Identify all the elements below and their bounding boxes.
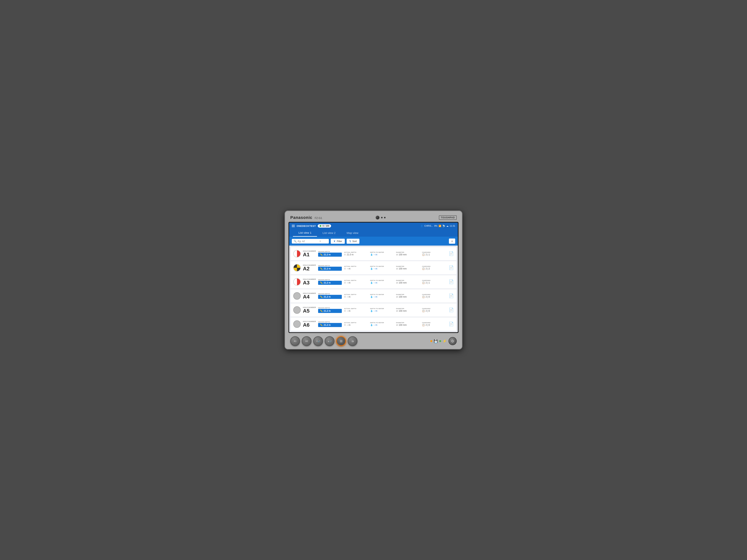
hole-id: A3 — [303, 280, 316, 285]
design-depth-value: 📏 21.2 m — [318, 267, 342, 271]
device-top-bar: Panasonic FZ-G1 TOUGHPAD — [288, 214, 459, 222]
document-icon[interactable]: 📄 — [449, 294, 454, 298]
table-row[interactable]: HOLE NUMBER A5 DESIGN DEPTH 📏 21.2 m ACT… — [291, 303, 456, 317]
hole-status-icon — [293, 250, 301, 258]
hole-id: A6 — [303, 322, 316, 327]
actual-depth-icon: ⇕ — [344, 254, 346, 256]
charging-label: CHARGING — [422, 294, 446, 295]
depth-to-water-value: 💧 – m — [370, 310, 394, 312]
document-icon[interactable]: 📄 — [449, 308, 454, 313]
screen: ONEDECKTEST 0 / 100 👤 CHRIS... 9% 📶 📡 ☁ … — [289, 222, 458, 332]
sort-button[interactable]: ⇅ Sort — [346, 239, 359, 244]
diameter-label: DIAMETER — [396, 308, 420, 310]
table-row[interactable]: HOLE NUMBER A2 DESIGN DEPTH 📏 21.2 m ACT… — [291, 261, 456, 274]
search-icon: 🔍 — [294, 240, 297, 243]
actual-depth-label: ACTUAL DEPTH — [344, 294, 368, 295]
document-icon[interactable]: 📄 — [449, 279, 454, 284]
actual-depth-value: ⇕ – m — [344, 282, 368, 284]
table-row[interactable]: HOLE NUMBER A3 DESIGN DEPTH 📏 21.2 m ACT… — [291, 275, 456, 289]
windows-icon: ⊞ — [340, 339, 342, 343]
design-depth-label: DESIGN DEPTH — [318, 251, 342, 252]
diameter-icon: ⊘ — [396, 296, 398, 298]
cloud-icon: ☁ — [446, 224, 448, 227]
tab-list-view-2[interactable]: List view 2 — [317, 230, 341, 237]
hw-button-a1[interactable]: A1 — [290, 336, 300, 346]
clear-icon[interactable]: ✕ — [319, 240, 321, 243]
actual-depth-label: ACTUAL DEPTH — [344, 308, 368, 310]
time-text: 11:31 — [449, 224, 455, 227]
actual-depth-icon: ⇕ — [344, 296, 346, 298]
design-depth-value: 📏 21.2 m — [318, 281, 342, 285]
hole-id: A5 — [303, 308, 316, 314]
diameter-label: DIAMETER — [396, 322, 420, 323]
charging-icon: 📋 — [422, 282, 425, 284]
diameter-label: DIAMETER — [396, 251, 420, 253]
actual-depth-label: ACTUAL DEPTH — [344, 322, 368, 323]
water-icon: 💧 — [370, 282, 373, 284]
sort-icon: ⇅ — [349, 240, 351, 243]
design-depth-label: DESIGN DEPTH — [318, 293, 342, 295]
charging-value: 📋 2 | 2 — [422, 267, 446, 270]
filter-button[interactable]: ▼ Filter — [331, 239, 345, 244]
charging-icon: 📋 — [422, 310, 425, 312]
depth-ruler-icon: 📏 — [320, 282, 323, 284]
search-box[interactable]: 🔍 ✕ — [292, 239, 329, 243]
hw-button-a2[interactable]: A2 — [302, 336, 311, 346]
tab-list-view-1[interactable]: List view 1 — [293, 229, 317, 237]
design-depth-value: 📏 21.2 m — [318, 309, 342, 313]
document-icon[interactable]: 📄 — [449, 265, 454, 270]
bottom-buttons-right: 💾 ⚡ ⏻ — [430, 337, 457, 345]
actual-depth-value: ⇕ – m — [344, 267, 368, 270]
document-icon[interactable]: 📄 — [449, 251, 454, 256]
table-row[interactable]: HOLE NUMBER A6 DESIGN DEPTH 📏 21.2 m ACT… — [291, 317, 456, 331]
indicator-orange — [430, 340, 432, 342]
diameter-label: DIAMETER — [396, 279, 420, 281]
actual-depth-label: ACTUAL DEPTH — [344, 279, 368, 281]
water-icon: 💧 — [370, 254, 373, 256]
progress-dot-icon — [319, 225, 321, 227]
design-depth-value: 📏 21.2 m — [318, 323, 342, 327]
charging-icon: 📋 — [422, 267, 425, 270]
table-row[interactable]: HOLE NUMBER A4 DESIGN DEPTH 📏 21.2 m ACT… — [291, 289, 456, 302]
progress-badge: 0 / 100 — [318, 224, 331, 228]
water-icon: 💧 — [370, 310, 373, 312]
diameter-value: ⊘ 100 mm — [396, 296, 420, 298]
charging-value: 📋 2 | 1 — [422, 254, 446, 256]
diameter-label: DIAMETER — [396, 294, 420, 295]
brand-name: Panasonic — [290, 215, 312, 220]
signal-icon: 📶 — [439, 224, 441, 227]
document-icon[interactable]: 📄 — [449, 322, 454, 326]
battery-text: 9% — [434, 224, 437, 227]
toughpad-badge: TOUGHPAD — [439, 215, 457, 220]
diameter-icon: ⊘ — [396, 267, 398, 270]
search-input[interactable] — [298, 240, 318, 243]
collapse-button[interactable]: ∧ — [449, 239, 455, 244]
depth-to-water-value: 💧 – m — [370, 324, 394, 326]
hw-button-vol-up[interactable]: ▲🔊 — [325, 336, 334, 346]
hw-button-vol-down[interactable]: ▼🔊 — [313, 336, 323, 346]
actual-depth-icon: ⇕ — [344, 267, 346, 270]
hole-status-icon — [293, 306, 301, 314]
diameter-icon: ⊘ — [396, 310, 398, 312]
actual-depth-value: ⇕ – m — [344, 324, 368, 326]
depth-ruler-icon: 📏 — [320, 324, 323, 326]
design-depth-label: DESIGN DEPTH — [318, 321, 342, 323]
hw-button-windows[interactable]: ⊞ — [336, 336, 346, 346]
charging-label: CHARGING — [422, 279, 446, 281]
charging-icon: 📋 — [422, 324, 425, 326]
diameter-icon: ⊘ — [396, 282, 398, 284]
depth-to-water-value: 💧 – m — [370, 296, 394, 298]
diameter-value: ⊘ 100 mm — [396, 324, 420, 326]
app-title: ONEDECKTEST — [297, 224, 316, 228]
design-depth-label: DESIGN DEPTH — [318, 265, 342, 266]
water-icon: 💧 — [370, 324, 373, 326]
actual-depth-icon: ⇕ — [344, 324, 346, 326]
menu-icon[interactable] — [292, 225, 295, 227]
tab-map-view[interactable]: Map view — [341, 230, 364, 237]
design-depth-value: 📏 21.2 m — [318, 252, 342, 257]
hw-button-app[interactable]: 🗂 — [348, 336, 357, 346]
power-button[interactable]: ⏻ — [448, 337, 457, 345]
hole-id: A1 — [303, 252, 316, 257]
table-row[interactable]: HOLE NUMBER A1 DESIGN DEPTH 📏 21.2 m ACT… — [291, 247, 456, 260]
charging-label: CHARGING — [422, 251, 446, 253]
